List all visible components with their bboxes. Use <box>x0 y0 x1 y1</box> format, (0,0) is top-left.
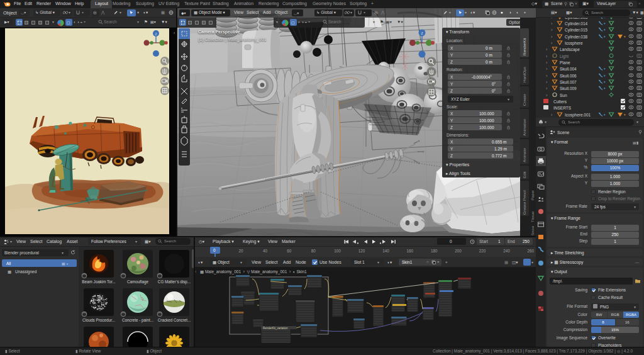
svg-text:RenderKit: RenderKit <box>522 38 526 55</box>
svg-text:Paper: Paper <box>531 190 535 200</box>
svg-text:›: › <box>546 67 548 71</box>
svg-text:INSERTS: INSERTS <box>553 106 572 110</box>
svg-text:Skull.006: Skull.006 <box>560 74 577 78</box>
svg-text:▾: ▾ <box>604 113 606 116</box>
svg-text:Cutters: Cutters <box>553 99 567 104</box>
svg-text:Create: Create <box>522 94 526 106</box>
svg-text:›: › <box>546 74 548 78</box>
svg-text:Landscape: Landscape <box>560 47 580 52</box>
svg-text:Skull.009: Skull.009 <box>560 86 577 91</box>
svg-text:›: › <box>546 86 548 91</box>
svg-text:Cylinder.003: Cylinder.003 <box>565 18 588 20</box>
svg-text:HardOps: HardOps <box>522 67 526 82</box>
svg-text:Plane: Plane <box>560 60 570 65</box>
svg-text:›: › <box>551 41 553 45</box>
svg-text:Grease Pencil: Grease Pencil <box>522 190 526 215</box>
svg-text:›: › <box>551 35 553 39</box>
svg-text:›: › <box>546 80 548 84</box>
svg-text:z: z <box>421 31 423 35</box>
svg-text:▾: ▾ <box>604 35 606 38</box>
svg-text:Cylinder.014: Cylinder.014 <box>565 21 588 26</box>
svg-text:›: › <box>546 54 548 59</box>
svg-text:▾: ▾ <box>604 67 606 70</box>
svg-text:▾: ▾ <box>604 80 606 84</box>
svg-text:RenderKit_variation: RenderKit_variation <box>263 327 288 330</box>
svg-text:▾: ▾ <box>624 113 626 116</box>
svg-text:›: › <box>551 21 553 26</box>
svg-text:▾: ▾ <box>604 74 606 77</box>
svg-text:Animation: Animation <box>522 118 526 136</box>
svg-text:Skull.007: Skull.007 <box>560 80 577 84</box>
svg-text:▾: ▾ <box>624 35 626 38</box>
svg-text:›: › <box>551 18 553 20</box>
svg-text:Sun: Sun <box>560 93 567 98</box>
svg-text:Tissue: Tissue <box>531 211 535 222</box>
svg-text:Cylinder.038: Cylinder.038 <box>565 35 588 40</box>
svg-text:Real Snow: Real Snow <box>531 225 535 237</box>
svg-text:▾: ▾ <box>604 18 606 19</box>
svg-text:Animate: Animate <box>522 148 526 162</box>
svg-text:›: › <box>546 47 548 52</box>
svg-text:Skull.004: Skull.004 <box>560 67 577 71</box>
svg-text:Light: Light <box>560 54 569 59</box>
svg-text:▾: ▾ <box>604 21 606 25</box>
svg-text:›: › <box>546 93 548 98</box>
svg-text:Icosphere: Icosphere <box>565 41 583 46</box>
svg-text:Icosphere.001: Icosphere.001 <box>565 113 591 118</box>
svg-text:Edit: Edit <box>522 171 526 178</box>
svg-text:▾: ▾ <box>604 28 606 31</box>
svg-text:›: › <box>551 113 553 117</box>
svg-text:Cylinder.015: Cylinder.015 <box>565 28 588 33</box>
svg-text:›: › <box>546 60 548 65</box>
svg-text:›: › <box>551 28 553 32</box>
svg-text:▾: ▾ <box>604 86 606 90</box>
